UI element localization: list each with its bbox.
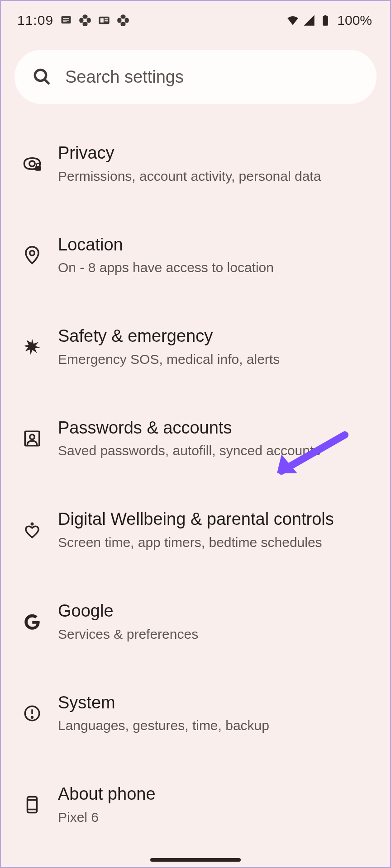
item-title: Passwords & accounts (58, 418, 377, 439)
item-title: Safety & emergency (58, 326, 377, 347)
item-subtitle: Screen time, app timers, bedtime schedul… (58, 533, 377, 551)
item-title: About phone (58, 784, 377, 805)
status-left: 11:09 (17, 13, 129, 28)
svg-rect-8 (323, 16, 328, 26)
battery-percentage: 100% (337, 13, 372, 28)
settings-item-google[interactable]: Google Services & preferences (14, 585, 377, 660)
item-subtitle: Languages, gestures, time, backup (58, 717, 377, 734)
svg-point-12 (29, 161, 35, 166)
item-subtitle: Permissions, account activity, personal … (58, 167, 377, 185)
svg-point-17 (31, 522, 34, 525)
settings-item-about-phone[interactable]: About phone Pixel 6 (14, 768, 377, 843)
status-bar: 11:09 100% (1, 1, 390, 36)
phone-icon (23, 795, 42, 814)
svg-point-10 (35, 70, 46, 81)
item-subtitle: On - 8 apps have access to location (58, 259, 377, 276)
cell-signal-icon (303, 14, 315, 27)
svg-rect-2 (63, 20, 69, 21)
settings-item-safety-emergency[interactable]: Safety & emergency Emergency SOS, medica… (14, 310, 377, 385)
privacy-icon (23, 154, 42, 173)
pinwheel-icon-2 (117, 14, 129, 27)
svg-rect-13 (35, 166, 41, 171)
item-title: Google (58, 601, 377, 622)
search-bar[interactable]: Search settings (14, 50, 377, 104)
item-subtitle: Emergency SOS, medical info, alerts (58, 350, 377, 368)
item-title: Digital Wellbeing & parental controls (58, 509, 377, 530)
item-title: Privacy (58, 143, 377, 164)
pinwheel-icon-1 (79, 14, 91, 27)
search-icon (33, 67, 52, 86)
svg-line-11 (45, 80, 49, 84)
messages-icon (60, 14, 72, 27)
settings-item-passwords-accounts[interactable]: Passwords & accounts Saved passwords, au… (14, 401, 377, 477)
svg-rect-7 (105, 20, 108, 21)
wellbeing-icon (23, 521, 42, 540)
svg-point-14 (30, 250, 35, 255)
svg-rect-6 (105, 18, 108, 19)
svg-rect-4 (99, 17, 109, 24)
nav-handle[interactable] (150, 858, 241, 862)
battery-icon (319, 14, 332, 27)
settings-item-privacy[interactable]: Privacy Permissions, account activity, p… (14, 127, 377, 202)
account-icon (23, 429, 42, 448)
news-icon (98, 14, 110, 27)
google-icon (23, 612, 42, 631)
settings-item-system[interactable]: System Languages, gestures, time, backup (14, 676, 377, 752)
status-right: 100% (286, 13, 372, 28)
settings-item-location[interactable]: Location On - 8 apps have access to loca… (14, 218, 377, 294)
svg-point-16 (30, 434, 35, 439)
svg-rect-1 (63, 18, 69, 19)
item-subtitle: Saved passwords, autofill, synced accoun… (58, 442, 377, 459)
svg-rect-5 (100, 18, 104, 22)
item-title: Location (58, 235, 377, 255)
settings-list: Privacy Permissions, account activity, p… (1, 127, 390, 868)
location-icon (23, 246, 42, 265)
item-subtitle: Services & preferences (58, 625, 377, 643)
wifi-icon (286, 14, 299, 27)
svg-rect-3 (63, 21, 67, 22)
system-icon (23, 704, 42, 723)
svg-point-20 (32, 717, 33, 718)
status-time: 11:09 (17, 13, 53, 28)
settings-item-digital-wellbeing[interactable]: Digital Wellbeing & parental controls Sc… (14, 493, 377, 568)
emergency-icon (23, 337, 42, 356)
search-placeholder: Search settings (65, 67, 184, 87)
item-title: System (58, 693, 377, 713)
svg-rect-9 (324, 15, 327, 17)
item-subtitle: Pixel 6 (58, 808, 377, 826)
